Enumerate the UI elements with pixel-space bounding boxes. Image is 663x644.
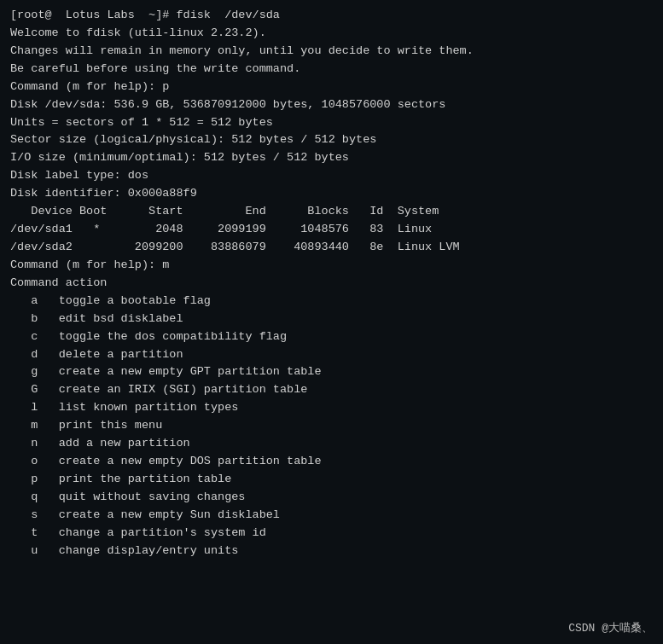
terminal-line: /dev/sda2 2099200 83886079 40893440 8e L…: [10, 239, 653, 257]
terminal-line: c toggle the dos compatibility flag: [10, 328, 653, 346]
terminal-window: [root@ Lotus Labs ~]# fdisk /dev/sdaWelc…: [0, 0, 663, 644]
terminal-line: n add a new partition: [10, 435, 653, 453]
terminal-line: g create a new empty GPT partition table: [10, 363, 653, 381]
terminal-line: G create an IRIX (SGI) partition table: [10, 381, 653, 399]
terminal-line: Command (m for help): m: [10, 257, 653, 275]
terminal-line: I/O size (minimum/optimal): 512 bytes / …: [10, 149, 653, 167]
terminal-line: Command action: [10, 275, 653, 293]
terminal-line: s create a new empty Sun disklabel: [10, 507, 653, 525]
terminal-line: Disk identifier: 0x000a88f9: [10, 185, 653, 203]
terminal-line: o create a new empty DOS partition table: [10, 453, 653, 471]
terminal-line: u change display/entry units: [10, 542, 653, 560]
watermark: CSDN @大喵桑、: [568, 620, 653, 635]
terminal-line: Disk label type: dos: [10, 167, 653, 185]
terminal-line: a toggle a bootable flag: [10, 293, 653, 310]
terminal-line: Device Boot Start End Blocks Id System: [10, 203, 653, 221]
terminal-line: Changes will remain in memory only, unti…: [10, 43, 653, 61]
terminal-line: d delete a partition: [10, 346, 653, 364]
terminal-line: Units = sectors of 1 * 512 = 512 bytes: [10, 114, 653, 132]
terminal-line: b edit bsd disklabel: [10, 310, 653, 328]
terminal-line: Disk /dev/sda: 536.9 GB, 536870912000 by…: [10, 96, 653, 114]
terminal-line: l list known partition types: [10, 399, 653, 417]
terminal-line: t change a partition's system id: [10, 525, 653, 542]
terminal-line: Command (m for help): p: [10, 78, 653, 96]
terminal-line: m print this menu: [10, 417, 653, 435]
terminal-line: Sector size (logical/physical): 512 byte…: [10, 131, 653, 149]
terminal-line: q quit without saving changes: [10, 489, 653, 507]
terminal-line: [root@ Lotus Labs ~]# fdisk /dev/sda: [10, 7, 653, 25]
terminal-line: /dev/sda1 * 2048 2099199 1048576 83 Linu…: [10, 221, 653, 239]
terminal-line: Welcome to fdisk (util-linux 2.23.2).: [10, 25, 653, 43]
terminal-line: p print the partition table: [10, 471, 653, 489]
terminal-line: Be careful before using the write comman…: [10, 61, 653, 78]
terminal-output: [root@ Lotus Labs ~]# fdisk /dev/sdaWelc…: [10, 7, 653, 560]
